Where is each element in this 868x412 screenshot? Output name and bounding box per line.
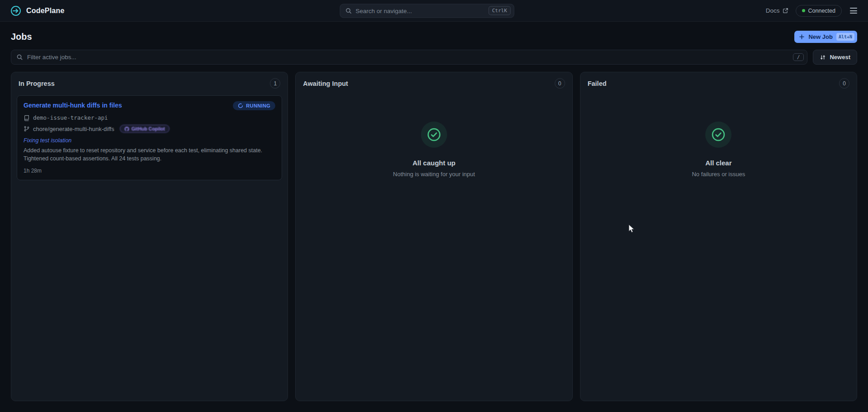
check-circle-icon [705, 122, 731, 148]
connection-status-badge: Connected [796, 5, 842, 17]
plus-icon [799, 34, 805, 40]
jobs-page: Jobs New Job Alt+N / [0, 22, 868, 412]
connection-status-label: Connected [808, 8, 835, 14]
branch-name: chore/generate-multi-hunk-diffs [33, 126, 114, 132]
new-job-label: New Job [808, 33, 832, 40]
check-circle-icon [421, 122, 447, 148]
search-shortcut-kbd: CtrlK [488, 6, 510, 15]
column-count-badge: 0 [839, 78, 849, 89]
github-icon [124, 126, 129, 131]
status-badge: RUNNING [233, 101, 275, 110]
filter-jobs-input[interactable] [27, 54, 789, 61]
sort-button-label: Newest [830, 54, 850, 61]
kanban-board: In Progress 1 Generate multi-hunk diffs … [11, 72, 857, 401]
column-title: Failed [588, 80, 607, 87]
git-branch-icon [24, 126, 30, 132]
sort-arrows-icon [820, 54, 826, 61]
spinner-icon [238, 103, 243, 108]
column-awaiting-input: Awaiting Input 0 All caught up Nothing i… [295, 72, 572, 401]
filter-shortcut-kbd: / [793, 53, 804, 61]
global-search[interactable]: CtrlK [340, 4, 514, 18]
column-in-progress: In Progress 1 Generate multi-hunk diffs … [11, 72, 288, 401]
column-count-badge: 0 [555, 78, 565, 89]
agent-badge-label: GitHub Copilot [132, 126, 165, 131]
codeplane-logo-icon [10, 5, 22, 17]
agent-badge: GitHub Copilot [120, 125, 170, 133]
column-count-badge: 1 [270, 78, 280, 89]
sort-newest-button[interactable]: Newest [813, 50, 857, 65]
column-title: In Progress [19, 80, 55, 87]
empty-state-title: All clear [705, 159, 731, 167]
repo-name: demo-issue-tracker-api [33, 114, 108, 121]
search-icon [16, 54, 23, 61]
hamburger-menu-icon[interactable] [849, 6, 858, 15]
docs-link-label: Docs [766, 7, 780, 14]
status-label: RUNNING [246, 103, 270, 108]
empty-state-title: All caught up [412, 159, 455, 167]
external-link-icon [783, 8, 788, 14]
new-job-shortcut-kbd: Alt+N [836, 33, 854, 41]
search-icon [345, 7, 352, 14]
new-job-button[interactable]: New Job Alt+N [794, 31, 857, 43]
empty-state-subtitle: Nothing is waiting for your input [393, 171, 475, 178]
repo-icon [24, 115, 30, 121]
column-title: Awaiting Input [303, 80, 348, 87]
search-input[interactable] [356, 7, 485, 14]
docs-link[interactable]: Docs [766, 7, 788, 14]
job-card[interactable]: Generate multi-hunk diffs in files RUNNI… [17, 95, 282, 180]
job-description: Added autouse fixture to reset repositor… [24, 146, 275, 163]
top-bar: CodePlane CtrlK Docs Connected [0, 0, 868, 22]
failed-empty-state: All clear No failures or issues [580, 93, 857, 178]
column-failed: Failed 0 All clear No failures or issues [580, 72, 857, 401]
job-activity: Fixing test isolation [24, 137, 275, 144]
page-title: Jobs [11, 32, 32, 42]
connected-dot-icon [802, 9, 805, 12]
brand-name: CodePlane [26, 7, 65, 15]
empty-state-subtitle: No failures or issues [692, 171, 745, 178]
awaiting-input-empty-state: All caught up Nothing is waiting for you… [296, 93, 572, 178]
job-title-link[interactable]: Generate multi-hunk diffs in files [24, 101, 122, 109]
job-duration: 1h 28m [24, 168, 275, 174]
filter-jobs-box[interactable]: / [11, 50, 807, 65]
